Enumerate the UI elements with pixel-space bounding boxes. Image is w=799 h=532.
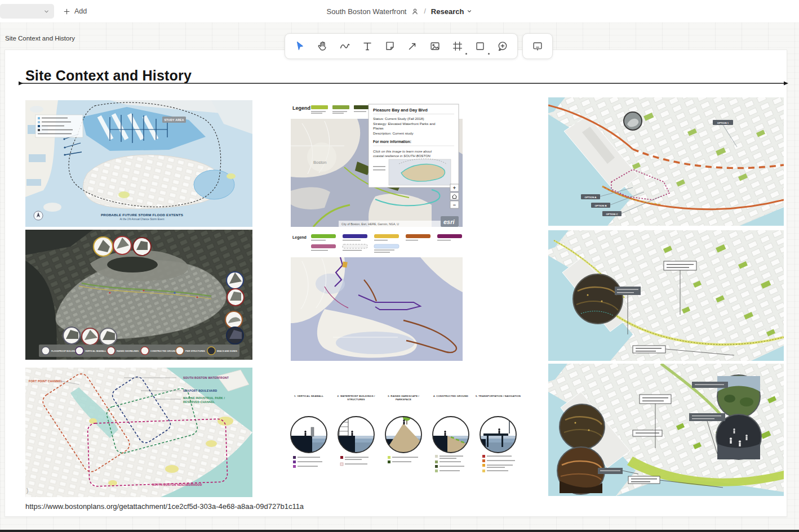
share-icon[interactable] [411, 8, 419, 15]
svg-text:2. WATERFRONT BUILDINGS /: 2. WATERFRONT BUILDINGS / [338, 395, 376, 397]
svg-text:STRUCTURES: STRUCTURES [347, 398, 365, 401]
svg-text:Strategy: Elevated Waterfront: Strategy: Elevated Waterfront Parks and [373, 122, 436, 126]
svg-text:FLOODPROOF BUILDING: FLOODPROOF BUILDING [51, 350, 77, 352]
svg-text:Description: Current study: Description: Current study [373, 131, 414, 135]
source-url-text[interactable]: https://www.bostonplans.org/getattachmen… [25, 502, 304, 511]
sticky-note-icon [384, 40, 396, 52]
image-tool-button[interactable] [424, 35, 446, 57]
coast-legend-title: Legend [292, 235, 307, 240]
svg-text:MARINE INDUSTRIAL PARK /: MARINE INDUSTRIAL PARK / [183, 396, 225, 400]
svg-text:esri: esri [443, 218, 455, 225]
board-selector-dropdown[interactable] [0, 4, 54, 19]
tile-axon-flood-protection[interactable] [548, 230, 784, 361]
photo-callout-circle [624, 112, 642, 130]
svg-text:OPTION C: OPTION C [606, 213, 618, 216]
svg-text:CONSTRUCTED GROUND: CONSTRUCTED GROUND [150, 350, 176, 352]
esri-attribution: City of Boston, Esri, HERE, Garmin, NGA,… [341, 222, 399, 226]
esri-logo: esri [441, 216, 459, 227]
connector-tool-button[interactable] [401, 35, 424, 57]
home-button[interactable] [450, 193, 459, 200]
add-button[interactable]: Add [63, 5, 87, 18]
marker-tool-button[interactable] [334, 35, 356, 57]
app-window: Add South Boston Waterfront / Research S… [0, 0, 799, 532]
hand-tool-button[interactable] [311, 35, 334, 57]
svg-text:PIER STRUCTURES: PIER STRUCTURES [185, 350, 205, 352]
svg-text:OPTION 1: OPTION 1 [717, 122, 729, 124]
shape-tool-submenu-dot [488, 53, 490, 55]
tool-palette [285, 33, 553, 59]
tile-flood-extents-map[interactable]: STUDY AREA PROBABLE FUTURE STORM FLOOD E… [25, 100, 252, 227]
tile-axon-route-options[interactable]: OPTION 1 OPTION A OPTION B OPTION C [548, 97, 784, 226]
svg-text:4. CONSTRUCTED GROUND: 4. CONSTRUCTED GROUND [433, 395, 468, 397]
workspace-title[interactable]: South Boston Waterfront [327, 7, 407, 16]
sticky-note-tool-button[interactable] [379, 35, 401, 57]
esri-map-zoom-controls: + − [450, 184, 459, 208]
svg-text:RAISED SHORELINES: RAISED SHORELINES [117, 350, 139, 352]
study-area-badge: STUDY AREA [162, 117, 186, 123]
image-icon [429, 40, 441, 52]
svg-text:+: + [453, 185, 456, 191]
select-tool-button[interactable] [288, 35, 311, 57]
svg-text:FORT POINT CHANNEL: FORT POINT CHANNEL [29, 379, 63, 383]
svg-text:Plazas: Plazas [373, 126, 384, 130]
svg-text:RESERVED CHANNEL: RESERVED CHANNEL [183, 400, 215, 404]
tile-axon-waterfront-park[interactable] [548, 364, 784, 496]
frame-tool-button[interactable] [446, 35, 469, 57]
tile-section-typologies[interactable]: 1. VERTICAL SEAWALL 2. WATERFRONT BUILDI… [285, 392, 522, 476]
esri-map-city-label: Boston [313, 160, 326, 165]
frame-icon [451, 40, 464, 52]
shape-tool-button[interactable] [469, 35, 491, 57]
present-icon [531, 40, 544, 52]
main-toolbox [285, 33, 518, 59]
tile-esri-resilience-map[interactable]: Legend [291, 101, 463, 227]
board-name-label: Research [431, 7, 464, 16]
svg-text:VERTICAL SEAWALL: VERTICAL SEAWALL [85, 350, 106, 352]
flood-map-subcaption: At the 1% Annual Chance Storm Event [120, 218, 165, 221]
add-button-label: Add [74, 7, 87, 15]
svg-text:3. RAISED HARDSCAPE /: 3. RAISED HARDSCAPE / [388, 395, 420, 397]
screen-bottom-edge [0, 530, 799, 532]
comment-tool-button[interactable] [491, 35, 514, 57]
popup-title: Pleasure Bay and Day Blvd [373, 108, 428, 113]
svg-text:Status: Current Study (Fall 20: Status: Current Study (Fall 2018) [373, 117, 424, 120]
chevron-down-icon [43, 8, 50, 15]
text-icon [361, 40, 374, 52]
double-arrow-line[interactable] [16, 80, 789, 87]
popup-thumbnail-image[interactable] [389, 159, 451, 185]
board-name-dropdown[interactable]: Research [431, 7, 473, 16]
svg-text:coastal resilience in SOUTH BO: coastal resilience in SOUTH BOSTON [373, 154, 431, 158]
breadcrumb-separator: / [424, 7, 425, 15]
svg-text:): ) [26, 488, 28, 494]
north-arrow-icon [34, 211, 43, 220]
top-bar: Add South Boston Waterfront / Research [0, 0, 799, 23]
svg-text:OPTION B: OPTION B [594, 204, 606, 207]
tile-coastline-typology-map[interactable]: Legend [291, 230, 463, 361]
hand-icon [316, 40, 329, 52]
svg-text:SOUTH BOSTON NEIGHBORHOOD: SOUTH BOSTON NEIGHBORHOOD [152, 483, 202, 486]
svg-text:SEAPORT BOULEVARD: SEAPORT BOULEVARD [183, 389, 217, 392]
frame-name-label[interactable]: Site Context and History [5, 35, 75, 42]
esri-legend-title: Legend [292, 105, 310, 111]
svg-text:1. VERTICAL SEAWALL: 1. VERTICAL SEAWALL [294, 395, 323, 397]
chevron-down-icon [467, 8, 472, 14]
esri-map-popup: Pleasure Bay and Day Blvd Status: Curren… [369, 104, 459, 187]
svg-text:OPTION A: OPTION A [584, 196, 597, 199]
present-tool-button[interactable] [526, 35, 549, 57]
frame-tool-submenu-dot [465, 53, 467, 55]
svg-text:5. TRANSPORTATION / NAVIGATION: 5. TRANSPORTATION / NAVIGATION [476, 395, 521, 397]
svg-text:STUDY AREA: STUDY AREA [164, 118, 184, 122]
photo-inset-circle [573, 274, 623, 324]
cursor-icon [294, 40, 306, 52]
present-toolbox [522, 33, 553, 59]
aerial-legend-bar: FLOODPROOF BUILDING VERTICAL SEAWALL RAI… [39, 345, 239, 357]
board-frame[interactable]: Site Context and History [5, 50, 787, 517]
tile-district-zones-map[interactable]: FORT POINT CHANNEL SOUTH BOSTON WATERFRO… [25, 368, 252, 497]
text-tool-button[interactable] [356, 35, 379, 57]
shape-icon [474, 40, 486, 52]
plus-icon [63, 8, 70, 15]
svg-text:Click on this image to learn m: Click on this image to learn more about [373, 150, 432, 153]
coastline-map-body[interactable] [291, 257, 463, 361]
tile-aerial-strategy-photo[interactable]: FLOODPROOF BUILDING VERTICAL SEAWALL RAI… [25, 230, 252, 360]
flood-map-caption: PROBABLE FUTURE STORM FLOOD EXTENTS [101, 213, 183, 217]
draw-icon [339, 40, 351, 52]
